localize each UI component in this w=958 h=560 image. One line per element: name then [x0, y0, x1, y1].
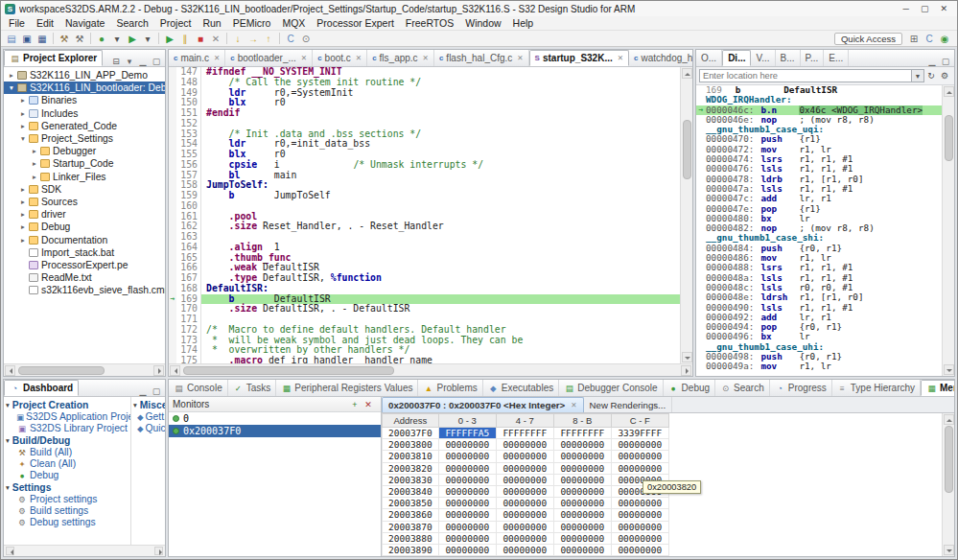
editor-tab-fls-app-c[interactable]: cfls_app.c✕ — [367, 50, 434, 66]
view-tab-executables[interactable]: ◆Executables — [483, 380, 559, 396]
memory-address-cell[interactable]: 20003850 — [383, 498, 439, 509]
tree-item-driver[interactable]: ▸driver — [4, 208, 165, 221]
view-tab-peripheral-registers-values[interactable]: ▦Peripheral Registers Values — [276, 380, 418, 396]
memory-cell[interactable]: 00000000 — [438, 498, 496, 509]
editor-tab-boot-c[interactable]: cboot.c✕ — [313, 50, 367, 66]
memory-cell[interactable]: FFFFFFA5 — [438, 428, 496, 439]
memory-cell[interactable]: 00000000 — [553, 509, 611, 521]
disasm-instruction-line[interactable]: 0000049a:movr1, lr — [696, 362, 942, 371]
minimize-button[interactable]: ─ — [903, 4, 909, 13]
view-tab-di[interactable]: Di... — [722, 50, 751, 66]
close-tab-icon[interactable]: ✕ — [301, 54, 307, 62]
settings-icon[interactable]: ⚙ — [938, 71, 951, 81]
dashboard-link-debug-settings[interactable]: ⚙Debug settings — [16, 517, 130, 527]
memory-address-cell[interactable]: 20003810 — [383, 451, 439, 462]
scrollbar-thumb[interactable] — [945, 115, 953, 161]
collapse-all-icon[interactable]: ⊟ — [109, 57, 123, 66]
menu-window[interactable]: Window — [459, 17, 506, 29]
suspend-icon[interactable]: ∥ — [177, 32, 193, 46]
view-tab-tasks[interactable]: ✓Tasks — [228, 380, 277, 396]
close-tab-icon[interactable]: ✕ — [618, 54, 623, 62]
section-header-build-debug[interactable]: ▾Build/Debug — [6, 435, 130, 446]
maximize-button[interactable]: ▢ — [921, 4, 929, 13]
rendering-tab-new-renderings[interactable]: New Renderings... — [584, 397, 673, 412]
memory-cell[interactable]: 00000000 — [611, 532, 668, 544]
menu-search[interactable]: Search — [110, 17, 153, 29]
disassembly-lines[interactable]: 169b DefaultISRWDOG_IRQHandler:→0000046c… — [696, 85, 942, 376]
code-line-159[interactable]: 159 b JumpToSelf — [169, 191, 680, 201]
dashboard-link-debug[interactable]: ●Debug — [16, 470, 130, 480]
scrollbar-thumb[interactable] — [183, 366, 394, 375]
rendering-tab-0x200037f0-0x200037f0-hex-integer[interactable]: 0x200037F0 : 0x200037F0 <Hex Integer>✕ — [382, 397, 584, 412]
memory-col-header-0-3[interactable]: 0 - 3 — [438, 414, 496, 428]
minimize-icon[interactable]: ▁ — [136, 57, 150, 66]
menu-run[interactable]: Run — [197, 17, 226, 29]
scroll-down-icon[interactable] — [682, 352, 692, 362]
tree-item-import-stack-bat[interactable]: Import_stack.bat — [4, 246, 165, 259]
tree-item-linker-files[interactable]: ▸Linker_Files — [4, 171, 165, 183]
tree-item-debugger[interactable]: ▸Debugger — [4, 145, 165, 157]
remove-memory-monitor-icon[interactable]: ✕ — [362, 400, 375, 409]
memory-cell[interactable]: 00000000 — [438, 451, 496, 462]
memory-cell[interactable]: 00000000 — [438, 462, 496, 474]
location-input[interactable] — [699, 69, 912, 82]
disassembly-vertical-scrollbar[interactable] — [942, 85, 954, 376]
maximize-icon[interactable]: ▢ — [939, 57, 952, 66]
expanded-arrow-icon[interactable]: ▾ — [7, 83, 16, 92]
memory-cell[interactable]: 00000000 — [553, 521, 611, 532]
disasm-instruction-line[interactable]: 0000048e:ldrshr1, [r1, r0] — [696, 292, 942, 302]
memory-address-cell[interactable]: 20003860 — [383, 509, 439, 521]
memory-cell[interactable]: 00000000 — [553, 485, 611, 497]
step-return-icon[interactable]: ↑ — [261, 32, 276, 46]
view-tab-v[interactable]: V... — [751, 50, 775, 66]
view-tab-debugger-console[interactable]: ▤Debugger Console — [559, 380, 663, 396]
menu-edit[interactable]: Edit — [31, 17, 59, 29]
scroll-right-icon[interactable] — [681, 365, 691, 376]
tree-item-readme-txt[interactable]: ReadMe.txt — [4, 271, 165, 284]
memory-address-cell[interactable]: 20003890 — [383, 544, 439, 555]
view-tab-e[interactable]: E... — [824, 50, 849, 66]
close-tab-icon[interactable]: ✕ — [214, 54, 220, 62]
step-over-icon[interactable]: → — [245, 32, 261, 46]
tree-item-documentation[interactable]: ▸Documentation — [4, 233, 165, 245]
menu-mqx[interactable]: MQX — [276, 17, 311, 29]
memory-cell[interactable]: 00000000 — [553, 451, 611, 462]
editor-tab-main-c[interactable]: cmain.c✕ — [169, 50, 225, 66]
section-header-settings[interactable]: ▾Settings — [6, 482, 130, 493]
scroll-left-icon[interactable] — [170, 365, 180, 376]
dashboard-link-s32ds-application-project[interactable]: ▣S32DS Application Project — [16, 411, 130, 422]
collapsed-arrow-icon[interactable]: ▸ — [18, 185, 28, 194]
view-tab-b[interactable]: B... — [776, 50, 801, 66]
memory-cell[interactable]: FFFFFFFF — [553, 428, 611, 439]
dashboard-link-build-all[interactable]: ⚒Build (All) — [16, 447, 130, 457]
tree-item-generated-code[interactable]: ▸Generated_Code — [4, 120, 165, 132]
memory-cell[interactable]: 00000000 — [496, 532, 553, 544]
close-rendering-icon[interactable]: ✕ — [571, 401, 576, 409]
memory-monitor-0[interactable]: 0 — [169, 412, 381, 425]
tree-item-s32k116evb-sieve-flash-cmm[interactable]: s32k116evb_sieve_flash.cmm — [4, 284, 165, 296]
scroll-up-icon[interactable] — [682, 68, 692, 79]
memory-cell[interactable]: 00000000 — [553, 462, 611, 474]
minimize-icon[interactable]: ▁ — [136, 386, 150, 396]
memory-cell[interactable]: 00000000 — [438, 532, 496, 544]
scroll-left-icon[interactable] — [5, 365, 15, 376]
view-tab-memory[interactable]: ▦Memory — [921, 380, 954, 396]
memory-cell[interactable]: 00000000 — [611, 498, 668, 509]
memory-address-cell[interactable]: 20003800 — [383, 439, 439, 451]
view-tab-type-hierarchy[interactable]: ≡Type Hierarchy — [832, 380, 921, 396]
memory-col-header-c-f[interactable]: C - F — [611, 414, 668, 428]
save-icon[interactable]: ▣ — [19, 32, 35, 46]
memory-cell[interactable]: 00000000 — [496, 474, 553, 485]
menu-freertos[interactable]: FreeRTOS — [400, 17, 459, 29]
location-dropdown-icon[interactable]: ▼ — [912, 69, 924, 82]
explorer-horizontal-scrollbar[interactable] — [4, 363, 165, 376]
quick-access-button[interactable]: Quick Access — [834, 33, 902, 45]
memory-vertical-scrollbar[interactable] — [942, 413, 954, 556]
memory-cell[interactable]: 00000000 — [611, 509, 668, 521]
tree-item-startup-code[interactable]: ▸Startup_Code — [4, 157, 165, 170]
view-tab-problems[interactable]: ▲Problems — [418, 380, 482, 396]
memory-cell[interactable]: 00000000 — [496, 521, 553, 532]
maximize-icon[interactable]: ▢ — [150, 57, 163, 66]
collapsed-arrow-icon[interactable]: ▸ — [18, 198, 28, 206]
dashboard-link-build-settings[interactable]: ⚙Build settings — [16, 505, 130, 516]
